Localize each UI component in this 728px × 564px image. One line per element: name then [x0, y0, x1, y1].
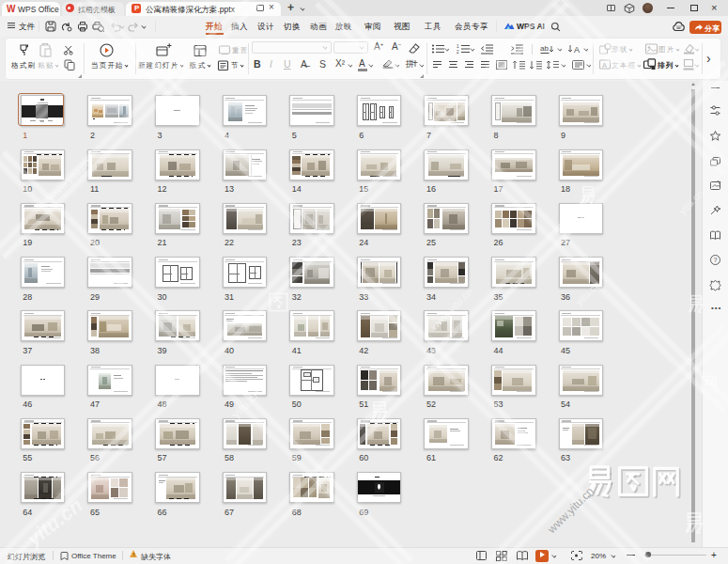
svg-text:2: 2	[457, 50, 459, 55]
svg-text:1: 1	[457, 44, 459, 49]
svg-text:A: A	[602, 61, 607, 70]
svg-text:ab: ab	[540, 44, 549, 53]
svg-text:拼: 拼	[405, 59, 414, 69]
svg-text:A: A	[574, 45, 580, 55]
svg-text:?: ?	[714, 257, 718, 263]
